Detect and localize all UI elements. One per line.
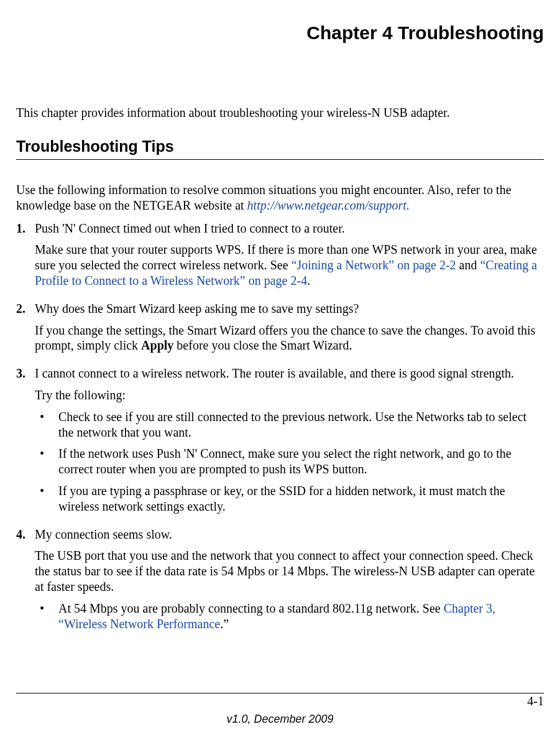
- list-item: 4. My connection seems slow. The USB por…: [16, 527, 544, 638]
- bullet-item: • Check to see if you are still connecte…: [35, 409, 544, 440]
- list-number: 1.: [16, 221, 35, 295]
- text: .”: [220, 617, 229, 631]
- list-item: 2. Why does the Smart Wizard keep asking…: [16, 301, 544, 359]
- answer-text: Make sure that your router supports WPS.…: [35, 242, 544, 288]
- answer-intro: Try the following:: [35, 387, 544, 403]
- bullet-icon: •: [40, 409, 58, 440]
- bullet-text: If the network uses Push 'N' Connect, ma…: [58, 446, 544, 477]
- list-content: Push 'N' Connect timed out when I tried …: [35, 221, 544, 295]
- bullet-icon: •: [40, 601, 58, 632]
- bullet-item: • At 54 Mbps you are probably connecting…: [35, 601, 544, 632]
- numbered-list: 1. Push 'N' Connect timed out when I tri…: [16, 221, 544, 638]
- bullet-text: At 54 Mbps you are probably connecting t…: [58, 601, 544, 632]
- question-text: Push 'N' Connect timed out when I tried …: [35, 221, 544, 236]
- list-item: 1. Push 'N' Connect timed out when I tri…: [16, 221, 544, 295]
- bullet-icon: •: [40, 483, 58, 514]
- text: before you close the Smart Wizard.: [173, 338, 352, 352]
- list-content: My connection seems slow. The USB port t…: [35, 527, 544, 638]
- bullet-text: If you are typing a passphrase or key, o…: [58, 483, 544, 514]
- answer-text: The USB port that you use and the networ…: [35, 548, 544, 594]
- list-number: 3.: [16, 366, 35, 520]
- bullet-icon: •: [40, 446, 58, 477]
- version-footer: v1.0, December 2009: [0, 713, 560, 726]
- list-content: I cannot connect to a wireless network. …: [35, 366, 544, 520]
- answer-text: If you change the settings, the Smart Wi…: [35, 323, 544, 354]
- list-number: 4.: [16, 527, 35, 638]
- footer-rule: [16, 693, 544, 693]
- list-content: Why does the Smart Wizard keep asking me…: [35, 301, 544, 359]
- page-number: 4-1: [527, 694, 544, 708]
- bold-text: Apply: [141, 338, 173, 352]
- lead-paragraph: Use the following information to resolve…: [16, 182, 544, 213]
- text: and: [456, 258, 480, 272]
- xref-link[interactable]: “Joining a Network” on page 2-2: [291, 258, 456, 272]
- section-heading: Troubleshooting Tips: [16, 137, 544, 160]
- text: .: [307, 274, 310, 287]
- bullet-item: • If you are typing a passphrase or key,…: [35, 483, 544, 514]
- bullet-item: • If the network uses Push 'N' Connect, …: [35, 446, 544, 477]
- list-number: 2.: [16, 301, 35, 359]
- question-text: I cannot connect to a wireless network. …: [35, 366, 544, 381]
- support-link[interactable]: http://www.netgear.com/support.: [247, 198, 410, 212]
- chapter-title: Chapter 4 Troubleshooting: [16, 22, 544, 44]
- question-text: My connection seems slow.: [35, 527, 544, 542]
- list-item: 3. I cannot connect to a wireless networ…: [16, 366, 544, 520]
- bullet-text: Check to see if you are still connected …: [58, 409, 544, 440]
- question-text: Why does the Smart Wizard keep asking me…: [35, 301, 544, 317]
- text: At 54 Mbps you are probably connecting t…: [58, 601, 444, 615]
- chapter-intro: This chapter provides information about …: [16, 106, 544, 120]
